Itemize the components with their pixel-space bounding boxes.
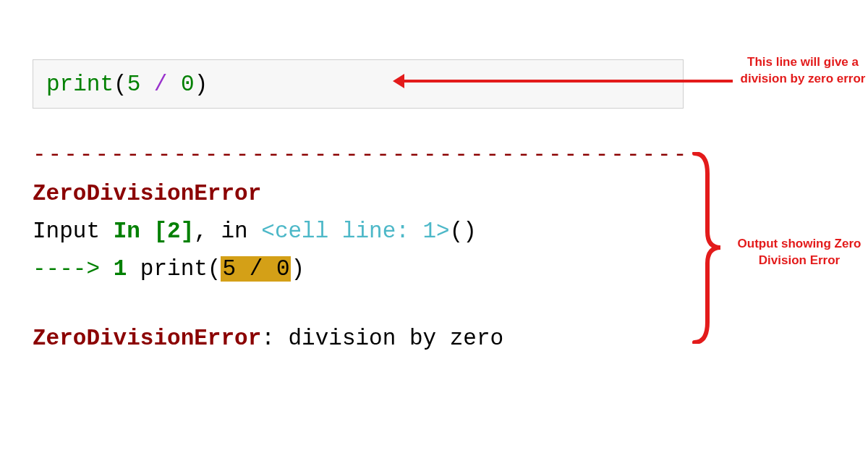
code-number-2: 0 [181, 72, 195, 97]
final-error-message: division by zero [288, 326, 503, 351]
traceback-highlighted-expr: 5 / 0 [221, 256, 291, 282]
traceback-divider: ----------------------------------------… [33, 138, 684, 172]
code-function-name: print [46, 72, 114, 97]
input-prefix: Input [33, 219, 114, 244]
final-error-line: ZeroDivisionError: division by zero [33, 321, 684, 356]
traceback-close-paren: ) [291, 256, 305, 282]
traceback-lineno: 1 [114, 256, 127, 282]
code-number-1: 5 [127, 72, 141, 97]
annotation-arrow-1 [401, 80, 733, 83]
input-comma: , [194, 219, 221, 244]
input-in-label: In [2] [114, 219, 195, 244]
traceback-input-line: Input In [2], in <cell line: 1>() [33, 214, 684, 249]
code-right-paren: ) [195, 72, 208, 97]
code-operator: / [140, 72, 181, 97]
traceback-arrow: ----> [33, 256, 114, 282]
main-container: print(5 / 0) This line will give a divis… [0, 0, 868, 456]
traceback-arrow-line: ----> 1 print(5 / 0) [33, 252, 684, 287]
annotation-text-1: This line will give a division by zero e… [738, 54, 868, 88]
cell-line-ref: <cell line: 1> [261, 219, 449, 244]
error-name: ZeroDivisionError [33, 177, 684, 211]
curly-brace-icon [689, 152, 723, 344]
code-input-cell[interactable]: print(5 / 0) [33, 59, 684, 109]
cell-line-parens: () [450, 219, 477, 244]
code-left-paren: ( [114, 72, 127, 97]
final-error-name: ZeroDivisionError [33, 326, 261, 351]
input-in-word: in [221, 219, 261, 244]
traceback-output: ----------------------------------------… [33, 138, 684, 356]
annotation-text-2: Output showing Zero Division Error [727, 236, 868, 269]
traceback-print-call: print( [127, 256, 221, 282]
final-error-colon: : [261, 326, 288, 351]
